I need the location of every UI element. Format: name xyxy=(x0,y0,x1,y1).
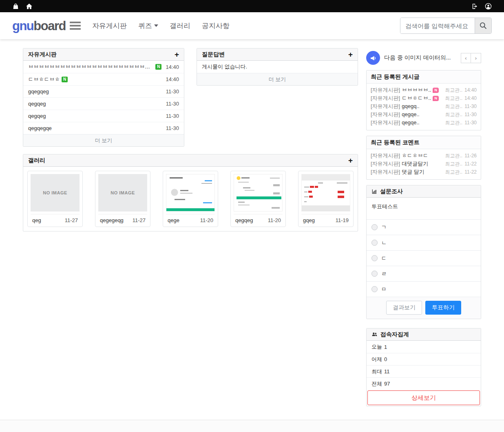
qna-empty-text: 게시물이 없습니다. xyxy=(197,61,358,73)
comment-author: 최고관.. xyxy=(445,168,463,176)
radio-button[interactable] xyxy=(371,240,378,246)
comment-date: 11-22 xyxy=(464,168,477,176)
gallery-item-name: qege xyxy=(168,217,179,223)
poll-result-button[interactable]: 결과보기 xyxy=(386,301,422,315)
post-row[interactable]: qegqegqe 11-30 xyxy=(23,122,184,134)
poll-option[interactable]: ㄴ xyxy=(367,235,481,250)
poll-option-label: ㄷ xyxy=(381,255,387,262)
poll-options: ㄱ ㄴ ㄷ ㄹ ㅁ xyxy=(367,219,481,297)
banner-prev-button[interactable]: ‹ xyxy=(461,53,471,63)
gallery-item-date: 11-27 xyxy=(133,217,146,223)
gallery-thumbnail xyxy=(234,174,283,212)
add-post-icon[interactable]: + xyxy=(348,51,353,58)
poll-option[interactable]: ㄱ xyxy=(367,219,481,235)
post-row[interactable]: ㄷㅂㅎㄷㅂㅎ N 14:40 xyxy=(23,73,184,85)
poll-option[interactable]: ㄹ xyxy=(367,266,481,281)
radio-button[interactable] xyxy=(371,255,378,261)
post-date: 14:40 xyxy=(464,94,477,102)
recent-comment-row[interactable]: [자유게시판] 대댓글달기 최고관.. 11-22 xyxy=(371,160,477,168)
gallery-card[interactable]: gqeg 11-19 xyxy=(298,171,354,227)
recent-comment-row[interactable]: [자유게시판] 댓글 달기 최고관.. 11-22 xyxy=(371,168,477,176)
stat-value: 1 xyxy=(384,344,387,350)
post-title: qegqeg xyxy=(28,101,46,107)
board-name: [자유게시판] xyxy=(371,160,400,168)
visitor-stat-row: 어제 0 xyxy=(367,353,481,365)
add-post-icon[interactable]: + xyxy=(348,156,353,164)
no-image-label: NO IMAGE xyxy=(43,190,67,195)
menu-hamburger-icon[interactable] xyxy=(70,22,81,30)
recent-post-row[interactable]: [자유게시판] ㅂㅂㅂㅂㅂ.. N 최고관.. 14:40 xyxy=(371,86,477,94)
top-utility-bar xyxy=(0,0,504,12)
new-badge: N xyxy=(155,64,161,70)
gallery-item-name: qeg xyxy=(32,217,41,223)
gallery-card[interactable]: qege 11-20 xyxy=(163,171,218,227)
visitor-stat-row: 오늘 1 xyxy=(367,341,481,353)
post-date: 11-30 xyxy=(162,125,179,131)
nav-item-label: 공지사항 xyxy=(202,21,230,31)
recent-post-row[interactable]: [자유게시판] gqegq.. 최고관.. 11-30 xyxy=(371,102,477,110)
logo-text-gnu: gnu xyxy=(12,19,33,33)
nav-item[interactable]: 자유게시판 xyxy=(92,21,127,31)
recent-post-row[interactable]: [자유게시판] qegqe.. 최고관.. 11-30 xyxy=(371,119,477,127)
board-name: [자유게시판] xyxy=(371,119,400,127)
shop-bag-icon[interactable] xyxy=(12,3,19,10)
gallery-card[interactable]: NO IMAGE qeg 11-27 xyxy=(27,171,83,227)
qna-more-button[interactable]: 더 보기 xyxy=(197,73,358,85)
nav-item[interactable]: 퀴즈 xyxy=(138,21,158,31)
radio-button[interactable] xyxy=(371,271,378,277)
comment-date: 11-22 xyxy=(464,160,477,168)
gallery-card[interactable]: qegqeg 11-20 xyxy=(230,171,286,227)
post-author: 최고관.. xyxy=(445,86,462,94)
recent-post-row[interactable]: [자유게시판] ㄷㅂㅎㄷㅂ.. N 최고관.. 14:40 xyxy=(371,94,477,102)
search-input[interactable] xyxy=(400,18,475,33)
radio-button[interactable] xyxy=(371,224,378,230)
post-row[interactable]: qegqeg 11-30 xyxy=(23,110,184,122)
poll-widget: 설문조사 투표테스트 ㄱ ㄴ ㄷ ㄹ xyxy=(366,185,481,319)
post-author: 최고관.. xyxy=(445,94,462,102)
notice-banner-text[interactable]: 다음 중 이미지 데이터의... xyxy=(384,54,451,62)
poll-option[interactable]: ㅁ xyxy=(367,281,481,297)
banner-next-button[interactable]: › xyxy=(471,53,481,63)
logout-icon[interactable] xyxy=(471,3,478,10)
add-post-icon[interactable]: + xyxy=(175,51,179,58)
search-button[interactable] xyxy=(475,18,491,33)
poll-vote-button[interactable]: 투표하기 xyxy=(425,301,461,315)
stat-value: 11 xyxy=(384,368,390,375)
user-icon[interactable] xyxy=(485,3,492,10)
megaphone-icon[interactable] xyxy=(366,51,380,65)
post-row[interactable]: qegqeg 11-30 xyxy=(23,97,184,110)
poll-option[interactable]: ㄷ xyxy=(367,250,481,266)
recent-post-row[interactable]: [자유게시판] qegqe.. 최고관.. 11-30 xyxy=(371,110,477,119)
post-date: 11-30 xyxy=(464,102,477,110)
free-board-widget: 자유게시판 + ㅂㅂㅂㅂㅂㅂㅂㅂㅂㅂㅂㅂㅂㅂㅂㅂㅂㅂㅂㅂㅂㅂㅂㅂㅂ... N 1… xyxy=(23,48,184,147)
post-date: 14:40 xyxy=(161,76,179,82)
gallery-item-date: 11-20 xyxy=(268,217,281,223)
post-row[interactable]: gqegqeg 11-30 xyxy=(23,85,184,97)
board-name: [자유게시판] xyxy=(371,168,400,176)
recent-comments-widget: 최근 등록된 코멘트 [자유게시판] ㅎㄷㅎㅂㄷ 최고관.. 11-26 [자유… xyxy=(366,136,481,180)
poll-option-label: ㄹ xyxy=(381,270,387,278)
post-title: ㅂㅂㅂㅂㅂ.. xyxy=(402,86,431,94)
free-board-more-button[interactable]: 더 보기 xyxy=(23,134,184,146)
comment-title: 대댓글달기 xyxy=(402,160,428,168)
stat-value: 0 xyxy=(384,356,387,362)
visitor-stats-title: 접속자집계 xyxy=(380,331,409,338)
visitor-detail-button[interactable]: 상세보기 xyxy=(367,390,480,405)
gallery-card[interactable]: NO IMAGE qegegeqg 11-27 xyxy=(95,171,150,227)
stat-label: 전체 xyxy=(371,380,382,388)
site-logo[interactable]: gnuboard xyxy=(12,20,66,32)
post-row[interactable]: ㅂㅂㅂㅂㅂㅂㅂㅂㅂㅂㅂㅂㅂㅂㅂㅂㅂㅂㅂㅂㅂㅂㅂㅂㅂ... N 14:40 xyxy=(23,61,184,73)
home-icon[interactable] xyxy=(26,3,33,10)
recent-posts-widget: 최근 등록된 게시글 [자유게시판] ㅂㅂㅂㅂㅂ.. N 최고관.. 14:40… xyxy=(366,70,481,130)
new-badge: N xyxy=(433,96,439,101)
recent-comment-row[interactable]: [자유게시판] ㅎㄷㅎㅂㄷ 최고관.. 11-26 xyxy=(371,152,477,160)
comment-author: 최고관.. xyxy=(445,160,463,168)
nav-item[interactable]: 공지사항 xyxy=(202,21,230,31)
post-date: 11-30 xyxy=(162,101,179,107)
visitor-stats-widget: 접속자집계 오늘 1 어제 0 최대 11 전체 97 xyxy=(366,328,481,406)
radio-button[interactable] xyxy=(371,286,378,292)
gallery-thumbnail: NO IMAGE xyxy=(31,174,80,212)
board-name: [자유게시판] xyxy=(371,110,400,119)
footer-links xyxy=(0,420,504,432)
nav-item[interactable]: 갤러리 xyxy=(170,21,190,31)
